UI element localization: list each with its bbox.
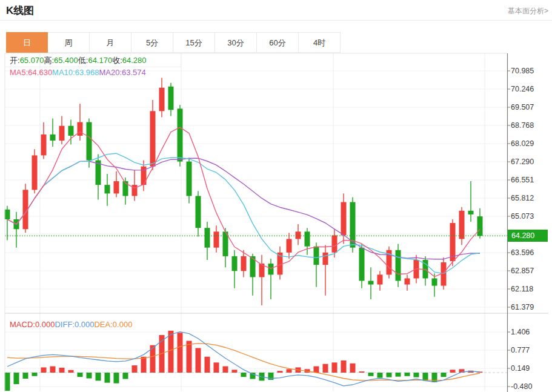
price-tick-label: 61.379: [511, 302, 534, 313]
ma-legend: MA5:64.630MA10:63.968MA20:63.574: [10, 68, 146, 77]
legend-ma-item: MA5:64.630: [10, 68, 52, 77]
diff-line: [7, 332, 480, 386]
legend-ma-item: MA20:63.574: [99, 68, 145, 77]
price-tick-label: 70.985: [511, 65, 534, 76]
legend-ohlc-item: 开:65.070: [10, 56, 44, 65]
legend-macd-item: DIFF:0.000: [55, 320, 94, 329]
tab-60min[interactable]: 60分: [257, 32, 299, 53]
tab-4hour[interactable]: 4时: [299, 32, 341, 53]
macd-legend: MACD:0.000DIFF:0.000DEA:0.000: [10, 320, 132, 329]
tab-5min[interactable]: 5分: [131, 32, 173, 53]
current-price-tag: 64.280: [508, 230, 548, 242]
price-tick-label: 68.768: [511, 120, 534, 131]
tab-month[interactable]: 月: [90, 32, 131, 53]
price-tick-label: 62.857: [511, 265, 534, 276]
price-tick-label: 65.812: [511, 193, 534, 204]
macd-tick-label: 0.149: [511, 363, 530, 374]
legend-ma-item: MA10:63.968: [52, 68, 99, 77]
kline-widget: K线图 基本面分析> 开:65.070高:65.400低:64.170收:64.…: [0, 0, 552, 392]
ma20-line: [7, 158, 480, 259]
ohlc-legend: 开:65.070高:65.400低:64.170收:64.280: [10, 55, 147, 66]
price-tick-label: 67.290: [511, 156, 534, 167]
legend-macd-item: MACD:0.000: [10, 320, 55, 329]
legend-ohlc-item: 高:65.400: [44, 56, 78, 65]
tab-30min[interactable]: 30分: [215, 32, 257, 53]
tab-week[interactable]: 周: [48, 32, 90, 53]
price-tick-label: 68.029: [511, 138, 534, 149]
price-tick-label: 69.507: [511, 102, 534, 113]
period-tabbar: 日周月5分15分30分60分4时: [6, 32, 341, 53]
tab-day[interactable]: 日: [6, 32, 48, 53]
macd-tick-label: 1.406: [511, 327, 530, 337]
price-tick-label: 70.246: [511, 84, 534, 95]
macd-tick-label: -0.480: [511, 381, 532, 392]
chart-frame: [5, 53, 548, 392]
price-tick-label: 63.596: [511, 247, 534, 258]
kline-chart[interactable]: 开:65.070高:65.400低:64.170收:64.280 MA5:64.…: [0, 0, 552, 392]
price-tick-label: 62.118: [511, 284, 533, 294]
legend-ohlc-item: 低:64.170: [78, 56, 112, 65]
macd-tick-label: 0.777: [511, 345, 530, 356]
legend-macd-item: DEA:0.000: [94, 320, 132, 329]
macd-bars-group: [5, 331, 483, 391]
price-tick-label: 65.073: [511, 211, 534, 222]
price-tick-label: 66.551: [511, 174, 534, 185]
tab-15min[interactable]: 15分: [173, 32, 215, 53]
legend-ohlc-item: 收:64.280: [112, 56, 146, 65]
